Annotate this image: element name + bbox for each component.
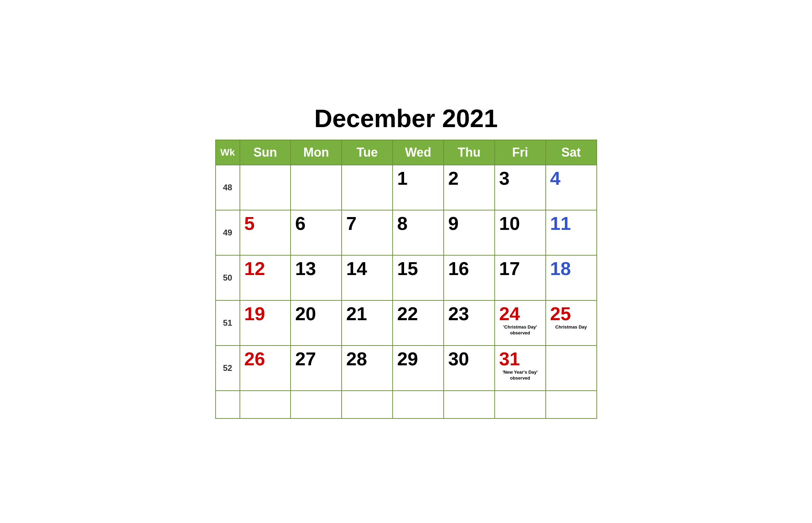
day-cell: 30: [444, 346, 495, 391]
day-note: 'New Year's Day' observed: [499, 370, 541, 381]
calendar-table: Wk Sun Mon Tue Wed Thu Fri Sat 481234495…: [215, 140, 597, 419]
calendar-body: 4812344956789101150121314151617185119202…: [216, 165, 597, 418]
day-cell: 2: [444, 165, 495, 210]
col-header-wk: Wk: [216, 140, 240, 165]
day-cell: 8: [393, 210, 444, 255]
col-header-thu: Thu: [444, 140, 495, 165]
day-number: 23: [448, 304, 490, 323]
day-cell: [240, 391, 291, 418]
day-number: 6: [295, 214, 337, 233]
day-number: 16: [448, 259, 490, 278]
day-number: 29: [397, 349, 439, 368]
day-number: 2: [448, 169, 490, 188]
day-cell: [342, 165, 393, 210]
day-cell: 3: [495, 165, 546, 210]
day-number: 4: [550, 169, 592, 188]
day-cell: 1: [393, 165, 444, 210]
day-number: 31: [499, 349, 541, 368]
day-cell: 21: [342, 300, 393, 346]
week-number: 49: [216, 210, 240, 255]
day-cell: [342, 391, 393, 418]
day-cell: 16: [444, 255, 495, 300]
day-number: 28: [346, 349, 388, 368]
col-header-sun: Sun: [240, 140, 291, 165]
week-number: 48: [216, 165, 240, 210]
day-number: 9: [448, 214, 490, 233]
day-number: 30: [448, 349, 490, 368]
day-cell: 31'New Year's Day' observed: [495, 346, 546, 391]
day-cell: 7: [342, 210, 393, 255]
col-header-tue: Tue: [342, 140, 393, 165]
col-header-sat: Sat: [546, 140, 597, 165]
day-note: 'Christmas Day' observed: [499, 324, 541, 336]
calendar-container: December 2021 Wk Sun Mon Tue Wed Thu Fri…: [215, 104, 597, 419]
header-row: Wk Sun Mon Tue Wed Thu Fri Sat: [216, 140, 597, 165]
day-cell: 25Christmas Day: [546, 300, 597, 346]
day-number: 14: [346, 259, 388, 278]
week-row: 481234: [216, 165, 597, 210]
day-number: 19: [244, 304, 286, 323]
day-cell: 29: [393, 346, 444, 391]
day-cell: [291, 391, 342, 418]
day-cell: 10: [495, 210, 546, 255]
day-cell: [240, 165, 291, 210]
day-cell: 27: [291, 346, 342, 391]
day-cell: 19: [240, 300, 291, 346]
day-number: 26: [244, 349, 286, 368]
day-cell: [444, 391, 495, 418]
day-cell: 14: [342, 255, 393, 300]
day-number: 7: [346, 214, 388, 233]
day-cell: 4: [546, 165, 597, 210]
day-cell: [495, 391, 546, 418]
day-number: 25: [550, 304, 592, 323]
day-number: 17: [499, 259, 541, 278]
day-cell: 11: [546, 210, 597, 255]
day-number: 21: [346, 304, 388, 323]
week-number: 50: [216, 255, 240, 300]
week-row: 51192021222324'Christmas Day' observed25…: [216, 300, 597, 346]
day-cell: 15: [393, 255, 444, 300]
day-number: 1: [397, 169, 439, 188]
calendar-title: December 2021: [215, 104, 597, 133]
day-note: Christmas Day: [550, 324, 592, 330]
week-row: [216, 391, 597, 418]
day-cell: 5: [240, 210, 291, 255]
day-number: 22: [397, 304, 439, 323]
week-number: [216, 391, 240, 418]
day-cell: 28: [342, 346, 393, 391]
week-row: 49567891011: [216, 210, 597, 255]
col-header-fri: Fri: [495, 140, 546, 165]
day-number: 20: [295, 304, 337, 323]
col-header-wed: Wed: [393, 140, 444, 165]
day-cell: 13: [291, 255, 342, 300]
week-number: 51: [216, 300, 240, 346]
day-cell: 22: [393, 300, 444, 346]
day-number: 18: [550, 259, 592, 278]
day-number: 12: [244, 259, 286, 278]
day-number: 11: [550, 214, 592, 233]
day-number: 8: [397, 214, 439, 233]
day-number: 15: [397, 259, 439, 278]
week-number: 52: [216, 346, 240, 391]
day-number: 5: [244, 214, 286, 233]
day-cell: 20: [291, 300, 342, 346]
week-row: 5012131415161718: [216, 255, 597, 300]
week-row: 52262728293031'New Year's Day' observed: [216, 346, 597, 391]
day-number: 3: [499, 169, 541, 188]
col-header-mon: Mon: [291, 140, 342, 165]
day-cell: [393, 391, 444, 418]
day-number: 10: [499, 214, 541, 233]
day-cell: 26: [240, 346, 291, 391]
day-cell: 6: [291, 210, 342, 255]
day-cell: [546, 391, 597, 418]
day-cell: 9: [444, 210, 495, 255]
day-number: 13: [295, 259, 337, 278]
day-cell: [546, 346, 597, 391]
day-cell: [291, 165, 342, 210]
day-cell: 23: [444, 300, 495, 346]
day-cell: 24'Christmas Day' observed: [495, 300, 546, 346]
day-cell: 12: [240, 255, 291, 300]
day-number: 27: [295, 349, 337, 368]
day-number: 24: [499, 304, 541, 323]
day-cell: 18: [546, 255, 597, 300]
